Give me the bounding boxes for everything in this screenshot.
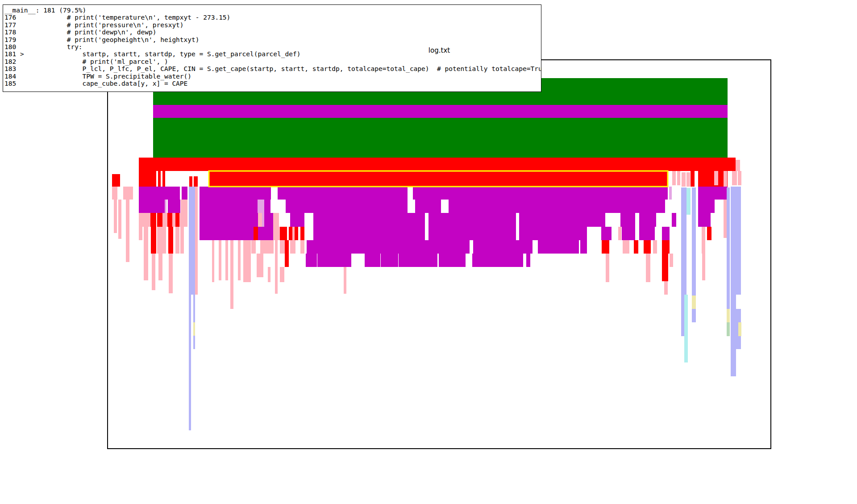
flame-frame-rect[interactable] xyxy=(230,240,233,309)
flame-frame-rect[interactable] xyxy=(153,118,728,158)
flame-frame-rect[interactable] xyxy=(157,213,162,227)
flame-frame-rect[interactable] xyxy=(702,227,705,254)
flame-frame-rect[interactable] xyxy=(662,227,670,240)
flame-frame-rect[interactable] xyxy=(365,254,380,267)
flame-frame-rect[interactable] xyxy=(290,213,304,227)
flame-frame-rect[interactable] xyxy=(162,213,167,227)
flame-frame-rect[interactable] xyxy=(292,227,295,240)
flame-frame-rect[interactable] xyxy=(692,309,696,322)
flame-frame-rect[interactable] xyxy=(153,105,728,118)
flame-frame-rect[interactable] xyxy=(175,213,179,227)
flame-frame-rect[interactable] xyxy=(399,254,437,267)
flame-frame-rect[interactable] xyxy=(381,254,398,267)
flame-frame-rect[interactable] xyxy=(698,187,728,200)
flame-frame-rect[interactable] xyxy=(653,240,657,254)
flame-frame-rect[interactable] xyxy=(662,254,668,281)
flame-frame-rect[interactable] xyxy=(472,254,523,267)
flame-frame-rect[interactable] xyxy=(285,240,289,267)
flame-frame-rect[interactable] xyxy=(264,213,273,227)
flame-frame-rect[interactable] xyxy=(157,227,162,254)
flame-frame-rect[interactable] xyxy=(258,200,264,213)
flame-frame-rect[interactable] xyxy=(219,240,221,280)
flame-frame-rect[interactable] xyxy=(727,309,730,322)
flame-frame-rect[interactable] xyxy=(172,213,175,227)
flame-frame-rect[interactable] xyxy=(139,171,156,187)
flame-frame-rect[interactable] xyxy=(670,254,673,267)
flame-frame-rect[interactable] xyxy=(727,187,730,309)
flame-frame-rect[interactable] xyxy=(686,188,691,215)
flame-frame-rect[interactable] xyxy=(698,213,711,227)
flame-frame-rect[interactable] xyxy=(254,227,258,240)
flame-frame-rect[interactable] xyxy=(273,227,280,240)
flame-frame-rect[interactable] xyxy=(618,227,621,240)
flame-frame-rect[interactable] xyxy=(571,213,605,227)
flame-frame-rect[interactable] xyxy=(193,322,195,336)
flame-frame-rect[interactable] xyxy=(602,240,609,254)
flame-frame-rect[interactable] xyxy=(144,227,148,254)
flame-frame-rect[interactable] xyxy=(682,172,686,187)
flame-frame-rect[interactable] xyxy=(258,213,262,227)
flame-frame-rect[interactable] xyxy=(162,171,165,187)
flame-frame-rect[interactable] xyxy=(428,213,516,227)
flame-frame-rect[interactable] xyxy=(194,176,198,187)
flame-frame-rect[interactable] xyxy=(669,187,672,200)
flame-frame-rect[interactable] xyxy=(275,240,278,294)
flame-frame-rect[interactable] xyxy=(731,187,741,295)
flame-frame-rect[interactable] xyxy=(169,254,173,293)
flame-frame-rect[interactable] xyxy=(189,295,191,430)
flame-frame-rect[interactable] xyxy=(677,171,680,185)
flame-frame-rect[interactable] xyxy=(526,254,530,267)
flame-frame-rect[interactable] xyxy=(672,213,676,227)
flame-frame-rect[interactable] xyxy=(212,240,214,282)
flame-frame-rect[interactable] xyxy=(580,240,587,254)
flame-frame-rect[interactable] xyxy=(519,213,571,227)
flame-frame-rect[interactable] xyxy=(519,227,571,240)
flame-frame-rect[interactable] xyxy=(727,322,730,336)
flame-frame-rect[interactable] xyxy=(634,240,638,254)
flame-frame-rect[interactable] xyxy=(273,213,279,227)
flame-frame-rect[interactable] xyxy=(300,227,304,240)
flame-frame-rect[interactable] xyxy=(193,295,195,322)
flame-frame-rect[interactable] xyxy=(179,213,187,227)
flame-frame-rect[interactable] xyxy=(200,187,271,200)
flame-frame-rect[interactable] xyxy=(664,281,668,295)
flame-frame-rect[interactable] xyxy=(295,227,298,240)
flame-frame-rect[interactable] xyxy=(413,187,668,200)
flame-frame-rect[interactable] xyxy=(731,295,736,376)
flame-frame-rect[interactable] xyxy=(698,200,715,213)
flame-frame-rect[interactable] xyxy=(175,227,179,254)
flame-frame-rect[interactable] xyxy=(702,254,705,280)
flame-frame-rect[interactable] xyxy=(280,227,287,240)
flame-frame-rect[interactable] xyxy=(257,254,263,277)
flame-frame-rect[interactable] xyxy=(181,200,187,213)
flame-frame-rect-highlighted[interactable] xyxy=(209,171,668,187)
flame-frame-rect[interactable] xyxy=(681,187,686,295)
flame-frame-rect[interactable] xyxy=(248,213,258,227)
flame-frame-rect[interactable] xyxy=(644,240,651,254)
flame-frame-rect[interactable] xyxy=(243,240,251,282)
flame-frame-rect[interactable] xyxy=(139,200,165,213)
flame-frame-rect[interactable] xyxy=(280,240,285,254)
flame-frame-rect[interactable] xyxy=(714,171,718,185)
flame-frame-rect[interactable] xyxy=(280,267,284,282)
flame-frame-rect[interactable] xyxy=(732,171,737,185)
flame-frame-rect[interactable] xyxy=(601,227,612,240)
flame-frame-rect[interactable] xyxy=(692,187,696,296)
flame-frame-rect[interactable] xyxy=(167,213,172,227)
flame-frame-rect[interactable] xyxy=(260,240,274,254)
flame-frame-rect[interactable] xyxy=(306,254,317,267)
flame-frame-rect[interactable] xyxy=(313,227,425,240)
flame-frame-rect[interactable] xyxy=(158,254,162,280)
flame-frame-rect[interactable] xyxy=(571,240,579,254)
flame-frame-rect[interactable] xyxy=(200,227,254,240)
flame-frame-rect[interactable] xyxy=(415,200,441,213)
flame-frame-rect[interactable] xyxy=(707,227,711,240)
flame-frame-rect[interactable] xyxy=(189,176,192,187)
flame-frame-rect[interactable] xyxy=(139,213,150,227)
flame-frame-rect[interactable] xyxy=(289,227,292,240)
flame-frame-rect[interactable] xyxy=(268,267,270,282)
flame-frame-rect[interactable] xyxy=(473,240,533,254)
flame-frame-rect[interactable] xyxy=(606,254,609,282)
flame-frame-rect[interactable] xyxy=(738,322,741,336)
flame-frame-rect[interactable] xyxy=(571,227,587,240)
